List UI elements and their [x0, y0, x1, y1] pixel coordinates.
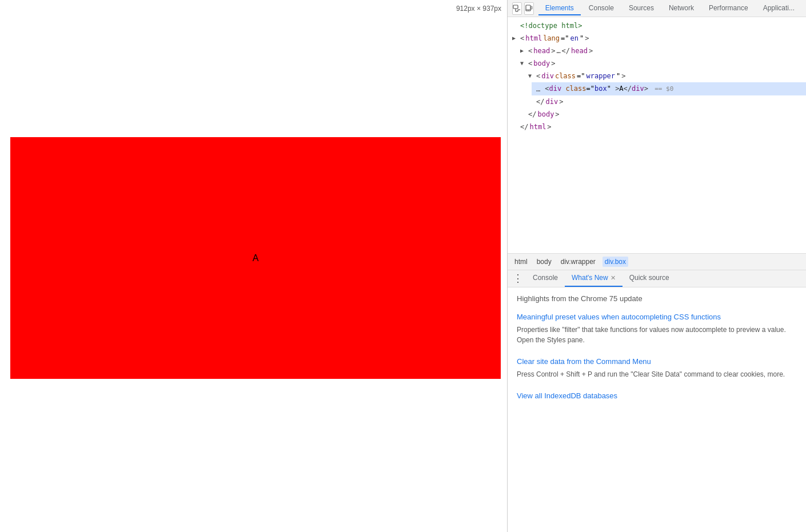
tab-sources[interactable]: Sources — [622, 2, 661, 15]
feature-item-1: Meaningful preset values when autocomple… — [517, 312, 797, 345]
breadcrumb-html[interactable]: html — [512, 257, 530, 267]
svg-rect-0 — [513, 5, 518, 9]
browser-viewport: 912px × 937px A — [0, 0, 507, 532]
html-line-close-html[interactable]: </html> — [508, 121, 806, 133]
svg-rect-8 — [531, 6, 532, 9]
tab-application[interactable]: Applicati... — [756, 2, 801, 15]
tab-performance[interactable]: Performance — [702, 2, 755, 15]
more-tabs-button[interactable]: ⋮ — [510, 270, 526, 286]
highlights-title: Highlights from the Chrome 75 update — [517, 294, 797, 303]
feature-item-3: View all IndexedDB databases — [517, 391, 797, 401]
breadcrumb-body[interactable]: body — [534, 257, 554, 267]
red-box: A — [10, 137, 501, 379]
dimension-label: 912px × 937px — [456, 5, 501, 13]
devtools-main-tabs: Elements Console Sources Network Perform… — [538, 2, 801, 15]
bottom-tabs-bar: ⋮ Console What's New ✕ Quick source — [508, 270, 806, 287]
tab-console-bottom[interactable]: Console — [526, 270, 565, 287]
close-whats-new-button[interactable]: ✕ — [611, 274, 616, 282]
whats-new-panel: Highlights from the Chrome 75 update Mea… — [508, 287, 806, 533]
tab-console[interactable]: Console — [582, 2, 621, 15]
html-line-html[interactable]: ▶ <html lang="en" > — [508, 32, 806, 45]
devtools-toolbar: Elements Console Sources Network Perform… — [508, 0, 806, 17]
html-line-body[interactable]: ▼ <body> — [516, 57, 806, 70]
breadcrumb-box[interactable]: div.box — [602, 257, 628, 267]
box-content: A — [253, 253, 259, 263]
tab-quick-source[interactable]: Quick source — [623, 270, 676, 287]
html-line-close-body[interactable]: </body> — [516, 108, 806, 121]
html-line-head[interactable]: ▶ <head>…</head> — [516, 45, 806, 57]
feature-title-2[interactable]: Clear site data from the Command Menu — [517, 357, 797, 367]
device-toggle-icon[interactable] — [524, 2, 534, 15]
html-line-doctype[interactable]: <!doctype html> — [508, 19, 806, 32]
feature-desc-1: Properties like "filter" that take funct… — [517, 325, 797, 345]
tab-elements[interactable]: Elements — [538, 2, 581, 15]
devtools-panel: Elements Console Sources Network Perform… — [507, 0, 806, 532]
tab-whats-new[interactable]: What's New ✕ — [565, 270, 623, 287]
breadcrumb-bar: html body div.wrapper div.box — [508, 253, 806, 270]
feature-desc-2: Press Control + Shift + P and run the "C… — [517, 369, 797, 379]
html-line-wrapper[interactable]: ▼ <div class="wrapper" > — [524, 70, 806, 82]
feature-title-1[interactable]: Meaningful preset values when autocomple… — [517, 312, 797, 322]
elements-panel: <!doctype html> ▶ <html lang="en" > ▶ <h… — [508, 17, 806, 253]
feature-item-2: Clear site data from the Command Menu Pr… — [517, 357, 797, 379]
inspect-element-icon[interactable] — [512, 2, 522, 15]
svg-point-7 — [528, 10, 529, 10]
tab-network[interactable]: Network — [662, 2, 701, 15]
html-line-close-div[interactable]: </div> — [524, 95, 806, 108]
breadcrumb-wrapper[interactable]: div.wrapper — [558, 257, 598, 267]
html-line-box[interactable]: … <div class="box" >A</div> == $0 — [532, 82, 806, 95]
feature-title-3[interactable]: View all IndexedDB databases — [517, 391, 797, 401]
